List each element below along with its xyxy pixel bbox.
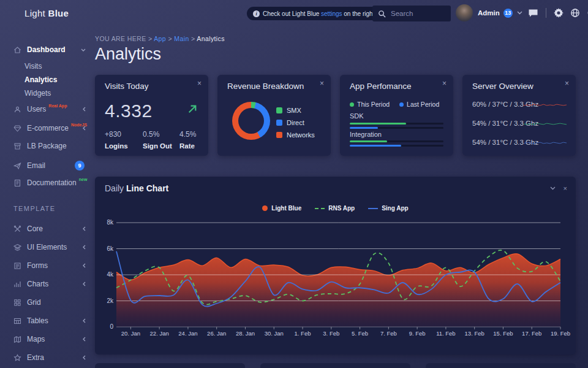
progress-fill-last-period xyxy=(350,145,401,147)
card-title: App Perfomance xyxy=(350,82,412,91)
legend-label: Direct xyxy=(287,119,304,126)
progress-track xyxy=(350,123,443,125)
legend-swatch xyxy=(276,120,282,126)
legend-dot xyxy=(399,102,404,107)
legend-dash xyxy=(315,208,325,209)
legend-label: Last Period xyxy=(407,101,439,108)
tools-icon xyxy=(13,225,21,233)
chevron-left-icon xyxy=(83,318,86,323)
progress-track xyxy=(350,145,443,147)
card-stub xyxy=(426,363,576,368)
close-icon[interactable]: × xyxy=(442,79,447,88)
sidebar-item-forms[interactable]: Forms xyxy=(13,259,86,272)
trend-up-arrow-icon xyxy=(187,104,197,114)
progress-track xyxy=(350,140,443,142)
sidebar-section-template: TEMPLATE xyxy=(13,205,55,212)
chart-legend: Light Blue RNS App Sing App xyxy=(95,205,576,212)
chevron-left-icon xyxy=(83,337,86,342)
sidebar-item-email[interactable]: Email 9 xyxy=(13,159,86,172)
form-icon xyxy=(13,262,21,270)
progress-fill-last-period xyxy=(350,127,378,129)
map-icon xyxy=(13,335,21,343)
dashboard-page: Light Blue Dashboard Visits Analytics Wi… xyxy=(0,0,588,368)
sidebar-item-documentation[interactable]: Documentation new xyxy=(13,177,86,189)
sidebar-item-tables[interactable]: Tables xyxy=(13,315,86,327)
close-icon[interactable]: × xyxy=(197,79,202,88)
sidebar-item-users[interactable]: Users Real App xyxy=(13,103,86,115)
bar-group-label: Integration xyxy=(350,131,382,138)
progress-fill-this-period xyxy=(350,123,406,125)
sidebar-item-dashboard[interactable]: Dashboard xyxy=(13,44,86,56)
sidebar-item-extra[interactable]: Extra xyxy=(13,351,86,364)
close-icon[interactable]: × xyxy=(320,79,324,88)
breadcrumb-link-app[interactable]: App xyxy=(154,35,166,42)
legend-label: This Period xyxy=(357,101,390,108)
sidebar-item-visits[interactable]: Visits xyxy=(24,60,86,72)
card-title: Server Overview xyxy=(472,82,533,91)
breadcrumb: YOU ARE HERE > App > Main > Analytics xyxy=(95,35,225,42)
chevron-left-icon xyxy=(83,263,86,268)
chevron-left-icon xyxy=(83,126,86,131)
legend-line xyxy=(368,208,378,209)
stat-label: Rate xyxy=(179,142,195,150)
legend-swatch xyxy=(276,107,282,113)
stat-value: +830 xyxy=(105,130,121,139)
chart-title: Daily Line Chart xyxy=(105,183,168,193)
sidebar-item-core[interactable]: Core xyxy=(13,223,86,235)
breadcrumb-current: Analytics xyxy=(197,35,225,42)
close-icon[interactable]: × xyxy=(564,185,567,192)
card-title: Revenue Breakdown xyxy=(227,82,304,91)
send-icon xyxy=(13,162,21,170)
performance-legend: This Period Last Period xyxy=(350,101,439,108)
progress-fill-this-period xyxy=(350,140,387,142)
sidebar-item-widgets[interactable]: Widgets xyxy=(24,87,86,99)
close-icon[interactable]: × xyxy=(565,79,569,88)
gem-icon xyxy=(13,125,21,132)
bar-group-label: SDK xyxy=(350,112,364,120)
app-performance-card: App Perfomance × This Period Last Period… xyxy=(340,75,453,156)
legend-label: RNS App xyxy=(328,205,355,212)
revenue-breakdown-card: Revenue Breakdown × SMX Direct Networks xyxy=(217,75,331,156)
sidebar-item-charts[interactable]: Charts xyxy=(13,278,86,290)
users-tag: Real App xyxy=(48,104,67,108)
donut-hole xyxy=(238,108,264,134)
stat-value: 0.5% xyxy=(143,130,159,139)
stat-value: 4.5% xyxy=(179,130,196,139)
card-stub xyxy=(95,363,245,368)
chevron-left-icon xyxy=(83,107,86,112)
main-content: YOU ARE HERE > App > Main > Analytics An… xyxy=(95,0,576,368)
y-tick-label: 6k xyxy=(96,245,113,252)
home-icon xyxy=(13,46,21,54)
legend-label: Sing App xyxy=(382,205,409,212)
legend-label: Networks xyxy=(287,131,315,139)
sidebar-item-lb-package[interactable]: LB Package xyxy=(13,140,86,152)
collapse-chevron-icon[interactable] xyxy=(550,186,556,190)
stat-label: Logins xyxy=(105,142,128,150)
sparkline xyxy=(523,120,567,128)
email-badge: 9 xyxy=(75,161,85,171)
chevron-down-icon xyxy=(81,48,86,52)
chevron-left-icon xyxy=(83,282,86,286)
y-tick-label: 2k xyxy=(96,297,113,304)
package-icon xyxy=(13,142,21,150)
legend-dot xyxy=(262,205,268,211)
line-chart-canvas xyxy=(113,220,564,332)
sidebar-item-analytics[interactable]: Analytics xyxy=(24,74,86,86)
file-text-icon xyxy=(13,179,21,187)
visits-today-card: Visits Today × 4.332 +830 0.5% 4.5% Logi… xyxy=(95,75,208,156)
sidebar-item-grid[interactable]: Grid xyxy=(13,296,86,309)
layers-icon xyxy=(13,243,21,251)
card-title: Visits Today xyxy=(105,82,149,91)
donut-legend: SMX Direct Networks xyxy=(276,107,315,139)
y-tick-label: 4k xyxy=(96,271,113,278)
breadcrumb-link-main[interactable]: Main xyxy=(174,35,189,42)
legend-dot xyxy=(350,102,354,107)
app-logo[interactable]: Light Blue xyxy=(24,8,69,18)
sidebar-item-ecommerce[interactable]: E-commerce NodeJS xyxy=(13,122,86,134)
bar-chart-icon xyxy=(13,280,21,288)
sidebar-item-ui-elements[interactable]: UI Elements xyxy=(13,241,86,253)
sidebar-item-maps[interactable]: Maps xyxy=(13,333,86,345)
visits-value: 4.332 xyxy=(105,101,153,121)
table-icon xyxy=(13,317,21,325)
grid-icon xyxy=(13,299,21,307)
